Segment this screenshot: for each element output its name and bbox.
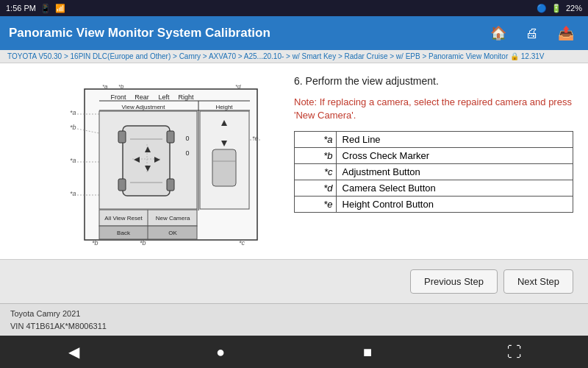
diagram-svg: Front Rear Left Right View Adjustment He… (18, 78, 268, 255)
svg-text:*b: *b (92, 239, 98, 247)
note-text: Note: If replacing a camera, select the … (294, 96, 573, 122)
legend-key: *c (295, 164, 337, 180)
status-bar: 1:56 PM 📱 📶 🔵 🔋 22% (0, 0, 588, 16)
step-text: 6. Perform the view adjustment. (294, 75, 573, 87)
breadcrumb: TOYOTA V50.30 > 16PIN DLC(Europe and Oth… (0, 50, 588, 63)
legend-key: *e (295, 197, 337, 213)
svg-text:*e: *e (252, 135, 259, 142)
svg-text:All View Reset: All View Reset (104, 215, 143, 222)
svg-text:View Adjustment: View Adjustment (122, 104, 166, 110)
legend-value: Red Line (336, 132, 573, 148)
home-button[interactable]: 🏠 (485, 20, 512, 46)
legend-value: Cross Check Marker (336, 148, 573, 164)
svg-text:Right: Right (178, 93, 194, 101)
svg-text:0: 0 (185, 135, 189, 142)
legend-table: *aRed Line*bCross Check Marker*cAdjustme… (294, 131, 573, 213)
svg-text:Front: Front (110, 93, 126, 101)
main-content: Front Rear Left Right View Adjustment He… (0, 63, 588, 259)
svg-text:*a: *a (102, 83, 108, 90)
header: Panoramic View Monitor System Calibratio… (0, 16, 588, 50)
calibration-diagram: Front Rear Left Right View Adjustment He… (18, 78, 268, 255)
breadcrumb-text: TOYOTA V50.30 > 16PIN DLC(Europe and Oth… (7, 52, 545, 60)
legend-row: *bCross Check Marker (295, 148, 573, 164)
legend-value: Adjustment Button (336, 164, 573, 180)
action-bar: Previous Step Next Step (0, 259, 588, 303)
svg-text:*a: *a (70, 190, 76, 197)
svg-text:OK: OK (168, 230, 177, 236)
status-icon-tablet: 📱 (40, 4, 51, 13)
right-panel: 6. Perform the view adjustment. Note: If… (279, 63, 588, 259)
status-icon-signal: 📶 (55, 4, 65, 13)
legend-row: *aRed Line (295, 132, 573, 148)
status-bar-left: 1:56 PM 📱 📶 (6, 4, 65, 13)
legend-value: Camera Select Button (336, 180, 573, 197)
svg-rect-15 (167, 131, 174, 143)
svg-text:Height: Height (215, 104, 233, 110)
svg-text:Rear: Rear (135, 93, 149, 101)
bluetooth-icon: 🔵 (537, 4, 547, 13)
legend-row: *dCamera Select Button (295, 180, 573, 197)
vehicle-vin: VIN 4T1B61AK*M8006311 (10, 320, 107, 333)
legend-key: *a (295, 132, 337, 148)
previous-step-button[interactable]: Previous Step (410, 269, 498, 294)
svg-text:*b: *b (140, 239, 146, 247)
svg-text:Left: Left (158, 93, 170, 101)
legend-row: *cAdjustment Button (295, 164, 573, 180)
footer-text: Toyota Camry 2021 VIN 4T1B61AK*M8006311 (10, 308, 107, 332)
battery-icon: 🔋 (551, 4, 562, 13)
export-button[interactable]: 📤 (553, 20, 579, 46)
svg-rect-16 (118, 179, 126, 191)
battery-level: 22% (566, 4, 582, 13)
nav-bar: ◀ ● ■ ⛶ (0, 336, 588, 368)
svg-rect-11 (123, 126, 170, 196)
svg-text:*a: *a (70, 157, 76, 164)
svg-text:0: 0 (185, 149, 189, 157)
next-step-button[interactable]: Next Step (503, 269, 573, 294)
resize-nav-icon[interactable]: ⛶ (496, 344, 533, 361)
home-nav-icon[interactable]: ● (202, 344, 239, 361)
print-button[interactable]: 🖨 (519, 20, 545, 46)
svg-text:*d: *d (235, 83, 241, 90)
header-icons: 🏠 🖨 📤 (485, 20, 579, 46)
menu-nav-icon[interactable]: ■ (349, 344, 386, 361)
svg-text:*a: *a (70, 109, 76, 116)
svg-text:*b: *b (118, 83, 124, 90)
left-panel: Front Rear Left Right View Adjustment He… (0, 63, 279, 259)
status-bar-right: 🔵 🔋 22% (537, 4, 582, 13)
svg-text:*c: *c (239, 239, 245, 247)
legend-row: *eHeight Control Button (295, 197, 573, 213)
svg-rect-30 (212, 149, 236, 186)
svg-text:New Camera: New Camera (156, 215, 190, 222)
legend-key: *b (295, 148, 337, 164)
footer: Toyota Camry 2021 VIN 4T1B61AK*M8006311 (0, 303, 588, 336)
back-nav-icon[interactable]: ◀ (55, 343, 92, 361)
svg-rect-17 (167, 179, 174, 191)
header-title: Panoramic View Monitor System Calibratio… (9, 26, 478, 40)
svg-rect-14 (118, 131, 126, 143)
svg-text:Back: Back (117, 230, 131, 236)
legend-key: *d (295, 180, 337, 197)
status-time: 1:56 PM (6, 4, 36, 13)
svg-text:*b: *b (70, 124, 76, 131)
vehicle-name: Toyota Camry 2021 (10, 308, 107, 320)
legend-value: Height Control Button (336, 197, 573, 213)
